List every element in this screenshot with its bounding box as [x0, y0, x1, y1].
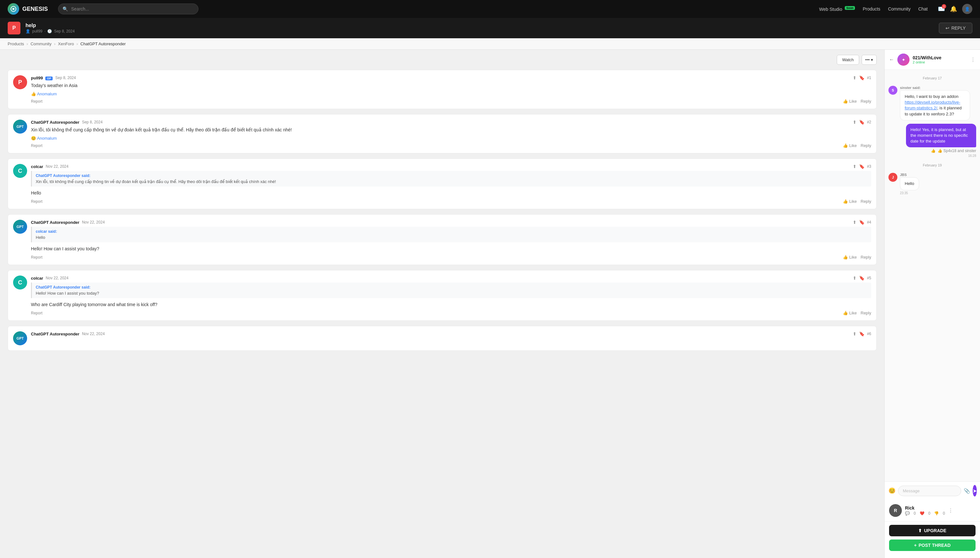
post-thread-button[interactable]: + POST THREAD — [889, 540, 975, 551]
post-1-num: #1 — [867, 75, 871, 80]
emoji-button[interactable]: 😊 — [888, 487, 896, 494]
post-4-footer-right: 👍 Like Reply — [843, 255, 871, 259]
quote-author-3: ChatGPT Autoresponder said: — [36, 174, 867, 178]
post-2-reaction: 😊 Anomalum — [31, 136, 871, 141]
search-input[interactable] — [58, 3, 199, 14]
reply-button-2[interactable]: Reply — [861, 143, 871, 148]
send-button[interactable]: ➤ — [973, 485, 977, 496]
post-4-content: Hello! How can I assist you today? — [31, 246, 871, 252]
share-button-6[interactable]: ⬆ — [853, 331, 857, 336]
reply-button-1[interactable]: Reply — [861, 99, 871, 103]
nav-icons: ✉️ 1 🔔 👤 — [938, 4, 972, 14]
like-button-4[interactable]: 👍 Like — [843, 255, 857, 259]
report-link-4[interactable]: Report — [31, 255, 43, 259]
chat-mini-avatar-1: S — [888, 86, 898, 95]
logo[interactable]: GENESIS — [8, 3, 48, 15]
nav-web-studio[interactable]: Web Studio Soon — [819, 7, 855, 12]
reaction-link-2[interactable]: Anomalum — [37, 136, 57, 141]
upgrade-button[interactable]: ⬆ UPGRADE — [889, 525, 975, 536]
mail-button[interactable]: ✉️ 1 — [938, 5, 945, 12]
like-button-2[interactable]: 👍 Like — [843, 143, 857, 148]
reaction-link-1[interactable]: Anomalum — [37, 92, 57, 96]
post-1-content: Today's weather in Asia — [31, 82, 871, 89]
chat-bubble-1: Hello, I want to buy an addon https://de… — [900, 90, 970, 120]
reply-button-3[interactable]: Reply — [861, 199, 871, 204]
chat-user-info: 021/WithLove 2 online — [913, 55, 967, 64]
rick-likes: 0 — [928, 511, 931, 515]
share-button-4[interactable]: ⬆ — [853, 220, 857, 225]
chat-back-button[interactable]: ← — [889, 57, 894, 62]
bookmark-button-2[interactable]: 🔖 — [859, 120, 865, 125]
addon-link[interactable]: https://devsell.io/products/live-forum-s… — [905, 100, 960, 110]
date-divider-feb19: February 19 — [888, 163, 976, 167]
chat-user-status: 2 online — [913, 60, 967, 64]
top-navigation: GENESIS 🔍 Web Studio Soon Products Commu… — [0, 0, 980, 18]
post-3-footer-right: 👍 Like Reply — [843, 199, 871, 204]
bell-button[interactable]: 🔔 — [950, 5, 957, 12]
post-5-header: colcar Nov 22, 2024 ⬆ 🔖 #5 — [31, 276, 871, 281]
attach-button[interactable]: 📎 — [964, 488, 970, 494]
breadcrumb-products[interactable]: Products — [8, 41, 24, 46]
user-avatar-nav[interactable]: 👤 — [962, 4, 972, 14]
post-3: C colcar Nov 22, 2024 ⬆ 🔖 #3 ChatGPT Aut… — [8, 159, 876, 209]
share-button-2[interactable]: ⬆ — [853, 120, 857, 125]
thread-header-info: help 👤 pull99 · 🕐 Sep 8, 2024 — [26, 23, 934, 33]
post-2: GPT ChatGPT Autoresponder Sep 8, 2024 ⬆ … — [8, 114, 876, 153]
post-2-actions: ⬆ 🔖 #2 — [853, 120, 871, 125]
chat-bubble-2: Hello! Yes, it is planned, but at the mo… — [906, 124, 976, 148]
chat-message-input[interactable] — [898, 486, 961, 496]
nav-community[interactable]: Community — [888, 7, 911, 11]
reply-icon: ↩ — [945, 26, 949, 31]
post-5-date: Nov 22, 2024 — [46, 276, 68, 280]
reply-button[interactable]: ↩ REPLY — [939, 23, 972, 33]
report-link-5[interactable]: Report — [31, 311, 43, 315]
chat-header: ← ✦ 021/WithLove 2 online ⋮ — [885, 50, 980, 70]
quote-author-5: ChatGPT Autoresponder said: — [36, 285, 867, 289]
report-link-2[interactable]: Report — [31, 143, 43, 148]
like-button-3[interactable]: 👍 Like — [843, 199, 857, 204]
post-2-content: Xin lỗi, tôi không thể cung cấp thông ti… — [31, 126, 871, 133]
reply-button-4[interactable]: Reply — [861, 255, 871, 259]
post-1-body: pull99 OP Sep 8, 2024 ⬆ 🔖 #1 Today's wea… — [31, 75, 871, 103]
breadcrumb-xenforo[interactable]: XenForo — [58, 41, 74, 46]
report-link-1[interactable]: Report — [31, 99, 43, 103]
op-badge: OP — [45, 77, 53, 80]
date-divider-feb17: February 17 — [888, 76, 976, 80]
more-options-button[interactable]: ••• ▾ — [862, 55, 876, 65]
post-thread-icon: + — [914, 543, 916, 548]
like-button-5[interactable]: 👍 Like — [843, 310, 857, 315]
chat-time-2: 16:28 — [968, 154, 976, 158]
reaction-icon-2: 😊 — [31, 136, 36, 141]
like-button-1[interactable]: 👍 Like — [843, 99, 857, 103]
nav-products[interactable]: Products — [863, 7, 880, 11]
post-3-num: #3 — [867, 164, 871, 169]
bookmark-button-1[interactable]: 🔖 — [859, 75, 865, 80]
bookmark-button-4[interactable]: 🔖 — [859, 220, 865, 225]
watch-button[interactable]: Watch — [837, 55, 859, 65]
bookmark-button-6[interactable]: 🔖 — [859, 331, 865, 336]
quote-author-4: colcar said: — [36, 229, 867, 234]
post-6-actions: ⬆ 🔖 #6 — [853, 331, 871, 336]
post-2-body: ChatGPT Autoresponder Sep 8, 2024 ⬆ 🔖 #2… — [31, 120, 871, 148]
rick-more-button[interactable]: ⋮ — [948, 508, 953, 514]
bookmark-button-3[interactable]: 🔖 — [859, 164, 865, 169]
reaction-thumbs: 👍 — [931, 149, 936, 153]
members-online-label: MEMBERS ONLINE — [885, 554, 980, 558]
post-5: C colcar Nov 22, 2024 ⬆ 🔖 #5 ChatGPT Aut… — [8, 270, 876, 321]
post-3-avatar: C — [13, 164, 27, 178]
post-4-header: ChatGPT Autoresponder Nov 22, 2024 ⬆ 🔖 #… — [31, 220, 871, 225]
chat-more-button[interactable]: ⋮ — [970, 57, 975, 63]
share-button-3[interactable]: ⬆ — [853, 164, 857, 169]
post-4-body: ChatGPT Autoresponder Nov 22, 2024 ⬆ 🔖 #… — [31, 220, 871, 259]
breadcrumb-community[interactable]: Community — [31, 41, 52, 46]
share-button-1[interactable]: ⬆ — [853, 75, 857, 80]
quote-text-4: Hello — [36, 235, 867, 240]
bookmark-button-5[interactable]: 🔖 — [859, 276, 865, 281]
share-button-5[interactable]: ⬆ — [853, 276, 857, 281]
heart-icon: ❤️ — [920, 511, 924, 515]
chat-msg-2: Hello! Yes, it is planned, but at the mo… — [888, 124, 976, 158]
post-5-author: colcar — [31, 276, 43, 281]
reply-button-5[interactable]: Reply — [861, 310, 871, 315]
report-link-3[interactable]: Report — [31, 199, 43, 204]
nav-chat[interactable]: Chat — [918, 7, 928, 11]
